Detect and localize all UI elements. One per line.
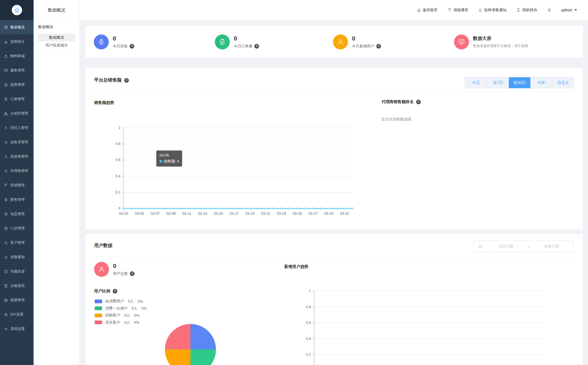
sidebar-item[interactable]: 客户管理	[0, 235, 34, 250]
legend-row[interactable]: 未消费用户0人0%	[95, 298, 147, 305]
end-date-input[interactable]: 结束日期	[530, 244, 573, 249]
sidebar-item-label: 经纪人管理	[10, 125, 28, 130]
submenu-item[interactable]: 用户投票城市	[38, 41, 75, 49]
header-nav-item[interactable]: 清除缓存	[447, 7, 468, 13]
range-button[interactable]: 近30日	[509, 77, 530, 88]
username: admin	[561, 8, 572, 12]
sidebar-item[interactable]: 权限管理	[0, 293, 34, 307]
series-dot	[159, 160, 162, 163]
sidebar-item[interactable]: 财务管理	[0, 192, 34, 207]
help-icon[interactable]: ?	[124, 78, 129, 83]
stat-new-users: 0 今日新增用户?	[333, 26, 381, 58]
sidebar-item[interactable]: 服务管理	[0, 63, 34, 78]
help-icon[interactable]: ?	[416, 100, 421, 104]
submenu-items: 数据概况用户投票城市	[34, 34, 79, 49]
sidebar-item[interactable]: 动态管理	[0, 207, 34, 221]
range-button[interactable]: 今日	[465, 77, 487, 88]
svg-text:03-31: 03-31	[340, 212, 349, 216]
header-nav-label: 我的待办	[522, 7, 537, 13]
help-icon[interactable]: ?	[113, 289, 117, 293]
sidebar-item[interactable]: 订单管理	[0, 92, 34, 106]
sidebar-item-label: 渠道商管理	[10, 154, 28, 159]
date-range-picker[interactable]: 开始日期 - 结束日期	[473, 241, 574, 252]
sidebar-item[interactable]: 业务员管理	[0, 135, 34, 149]
stat-value: 0	[234, 35, 259, 42]
sidebar-item[interactable]: 系统设置	[0, 322, 34, 336]
range-button[interactable]: 自定义	[552, 77, 574, 88]
sidebar-item-label: 系统设置	[10, 327, 25, 331]
sidebar-item[interactable]: 渠道商管理	[0, 149, 34, 164]
legend-count: 0人	[124, 313, 130, 318]
sidebar-item-label: 物料商城	[10, 54, 25, 59]
svg-text:0.2: 0.2	[306, 353, 311, 357]
legend-pct: 0%	[138, 299, 143, 304]
data-screen-link[interactable]: 数据大屏 更加直观的查看平台数据，便于招商	[454, 26, 528, 58]
legend-swatch	[95, 320, 102, 324]
technician-icon	[4, 83, 8, 87]
permissions-icon	[4, 298, 8, 302]
sidebar-item-label: 客户管理	[10, 240, 25, 245]
sidebar-item[interactable]: 问题反馈	[0, 264, 34, 279]
legend-row[interactable]: 流失客户0人0%	[95, 319, 147, 326]
range-button[interactable]: 今年	[530, 77, 552, 88]
header-nav-item[interactable]: 返回首页	[417, 7, 438, 13]
sidebar-item[interactable]: 营销管理	[0, 178, 34, 192]
feedback-icon	[4, 269, 8, 274]
submenu-divider	[38, 54, 75, 55]
sidebar-item-label: 数据概况	[10, 25, 25, 30]
logo-home-button[interactable]	[12, 5, 22, 15]
user-menu[interactable]: admin	[561, 8, 577, 12]
range-button[interactable]: 近7日	[487, 77, 509, 88]
stat-label: 今日营收	[113, 44, 128, 49]
svg-text:03-07: 03-07	[151, 212, 160, 216]
svg-text:03-17: 03-17	[229, 212, 239, 216]
sidebar-item[interactable]: 门店管理	[0, 221, 34, 235]
sidebar-item[interactable]: 物料商城	[0, 49, 34, 63]
sidebar-item[interactable]: 求救通知	[0, 250, 34, 264]
bell-icon	[4, 255, 8, 259]
sidebar-item[interactable]: 数据概况	[0, 20, 34, 34]
sidebar-item[interactable]: 代理商管理	[0, 164, 34, 178]
sidebar-item[interactable]: 技师统计	[0, 34, 34, 49]
svg-text:03-23: 03-23	[277, 212, 286, 216]
submenu-group-label: 数据概况	[38, 24, 53, 30]
sidebar-item-label: 技师统计	[10, 39, 25, 44]
users-divider	[85, 256, 583, 257]
sidebar-item[interactable]: 分账系统	[0, 279, 34, 293]
sidebar-item-label: 问题反馈	[10, 269, 25, 274]
legend-pct: 0%	[134, 320, 139, 325]
help-icon[interactable]: ?	[130, 271, 135, 276]
sales-card: 平台总销售额 ? 今日近7日近30日今年自定义 销售额趋势 00.20.40.6…	[85, 68, 583, 230]
pie-legend: 未消费用户0人0%消费一次用户0人0%回购客户0人0%流失客户0人0%	[95, 298, 147, 326]
stat-orders: 0 今日订单量?	[215, 26, 259, 58]
sidebar-item[interactable]: 分销员管理	[0, 106, 34, 121]
legend-label: 回购客户	[105, 313, 120, 318]
help-icon[interactable]: ?	[376, 44, 381, 49]
legend-row[interactable]: 消费一次用户0人0%	[95, 305, 147, 312]
legend-count: 0人	[132, 306, 137, 311]
sidebar-item[interactable]: 技师管理	[0, 78, 34, 92]
order-clipboard-icon	[215, 34, 230, 49]
header-nav-item[interactable]: 技师求救通知	[478, 7, 507, 13]
submenu-group-toggle[interactable]: 数据概况	[34, 20, 79, 34]
tooltip-date: 03-05	[159, 152, 179, 159]
help-icon[interactable]: ?	[130, 44, 134, 49]
page-title: 数据概况	[34, 0, 79, 20]
sidebar-item-label: 动态管理	[10, 212, 25, 217]
calendar-icon	[478, 244, 482, 249]
header-nav-item[interactable]: 我的待办	[516, 7, 537, 13]
sidebar-item[interactable]: DIY设置	[0, 307, 34, 322]
svg-text:03-13: 03-13	[198, 212, 207, 216]
people-icon	[4, 169, 8, 173]
notifications-button[interactable]	[547, 8, 552, 12]
people-icon	[4, 140, 8, 144]
help-icon[interactable]: ?	[254, 44, 259, 49]
start-date-input[interactable]: 开始日期	[484, 244, 527, 249]
sidebar-item[interactable]: 经纪人管理	[0, 121, 34, 135]
legend-row[interactable]: 回购客户0人0%	[95, 312, 147, 319]
svg-text:0: 0	[118, 206, 120, 210]
submenu-item[interactable]: 数据概况	[38, 34, 75, 41]
pie-chart-icon	[4, 25, 8, 30]
tooltip-value: 销售额: 0	[164, 159, 179, 163]
sidebar-item-label: 门店管理	[10, 226, 25, 231]
